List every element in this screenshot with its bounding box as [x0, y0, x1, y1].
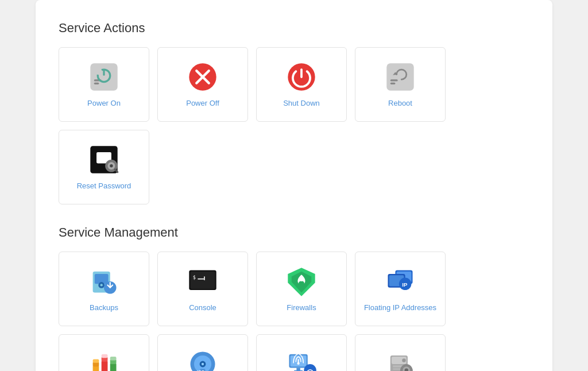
svg-rect-10	[390, 79, 398, 81]
power-on-label: Power On	[87, 99, 121, 109]
shut-down-icon	[285, 61, 318, 93]
card-reset-password[interactable]: Reset Password	[59, 130, 149, 204]
svg-rect-9	[386, 63, 413, 90]
card-reboot[interactable]: Reboot	[355, 47, 446, 122]
card-firewalls[interactable]: Firewalls	[256, 252, 347, 326]
card-floating-ip[interactable]: IP Floating IP Addresses	[355, 252, 446, 326]
svg-rect-39	[93, 359, 99, 362]
service-actions-grid: Power On Power Off Shut Do	[59, 47, 529, 204]
svg-rect-45	[110, 357, 117, 360]
iso-images-svg: ISO	[187, 348, 219, 371]
reboot-icon	[384, 61, 416, 93]
svg-point-54	[297, 362, 299, 364]
card-networks[interactable]: Networks	[256, 334, 347, 371]
svg-rect-2	[94, 82, 99, 84]
power-off-label: Power Off	[186, 99, 219, 109]
svg-text:IP: IP	[402, 281, 408, 287]
power-off-icon	[187, 61, 219, 93]
reboot-svg	[384, 61, 416, 93]
svg-rect-4	[103, 69, 105, 76]
shut-down-svg	[285, 61, 318, 93]
firewalls-label: Firewalls	[287, 303, 316, 313]
service-management-title: Service Management	[59, 225, 529, 240]
rebuild-icon	[384, 348, 416, 371]
networks-icon	[285, 348, 318, 371]
power-on-icon	[88, 61, 120, 93]
main-container: Service Actions Power On	[36, 0, 552, 371]
svg-rect-11	[390, 82, 396, 84]
svg-rect-70	[411, 369, 412, 371]
power-on-svg	[88, 61, 120, 93]
floating-ip-svg: IP	[384, 265, 416, 297]
svg-rect-69	[400, 369, 402, 371]
svg-rect-63	[393, 368, 401, 369]
svg-rect-67	[405, 364, 408, 366]
reboot-label: Reboot	[388, 99, 412, 109]
backups-svg	[88, 265, 120, 297]
console-svg: $	[187, 265, 219, 297]
card-rebuild[interactable]: Rebuild	[355, 334, 446, 371]
svg-rect-0	[90, 63, 117, 90]
svg-rect-42	[102, 354, 108, 357]
svg-rect-43	[110, 362, 117, 371]
card-console[interactable]: $ Console	[157, 252, 248, 326]
svg-rect-28	[204, 276, 205, 280]
firewalls-icon	[285, 265, 318, 297]
networks-svg	[285, 348, 318, 371]
console-icon: $	[187, 265, 219, 297]
floating-ip-icon: IP	[384, 265, 416, 297]
service-management-grid: Backups $ Console	[59, 252, 529, 371]
card-graphs[interactable]: Graphs	[59, 334, 149, 371]
console-label: Console	[189, 303, 216, 313]
floating-ip-label: Floating IP Addresses	[364, 303, 436, 313]
card-iso-images[interactable]: ISO ISO Images	[157, 334, 248, 371]
service-actions-title: Service Actions	[59, 21, 529, 36]
svg-point-61	[402, 358, 405, 362]
shut-down-label: Shut Down	[283, 99, 320, 109]
iso-images-icon: ISO	[187, 348, 219, 371]
reset-password-label: Reset Password	[77, 181, 131, 191]
svg-point-18	[110, 164, 113, 167]
backups-label: Backups	[90, 303, 118, 313]
svg-text:$: $	[193, 274, 196, 280]
power-off-svg	[187, 61, 219, 93]
card-power-off[interactable]: Power Off	[157, 47, 248, 122]
svg-rect-40	[102, 360, 108, 371]
rebuild-svg	[384, 348, 416, 371]
reset-password-icon	[88, 144, 120, 176]
svg-point-22	[100, 284, 103, 286]
card-backups[interactable]: Backups	[59, 252, 149, 326]
backups-icon	[88, 265, 120, 297]
card-power-on[interactable]: Power On	[59, 47, 149, 122]
svg-point-49	[202, 362, 204, 365]
firewalls-svg	[285, 265, 318, 297]
graphs-icon	[88, 348, 120, 371]
card-shut-down[interactable]: Shut Down	[256, 47, 347, 122]
reset-password-svg	[88, 144, 120, 176]
graphs-svg	[88, 348, 120, 371]
